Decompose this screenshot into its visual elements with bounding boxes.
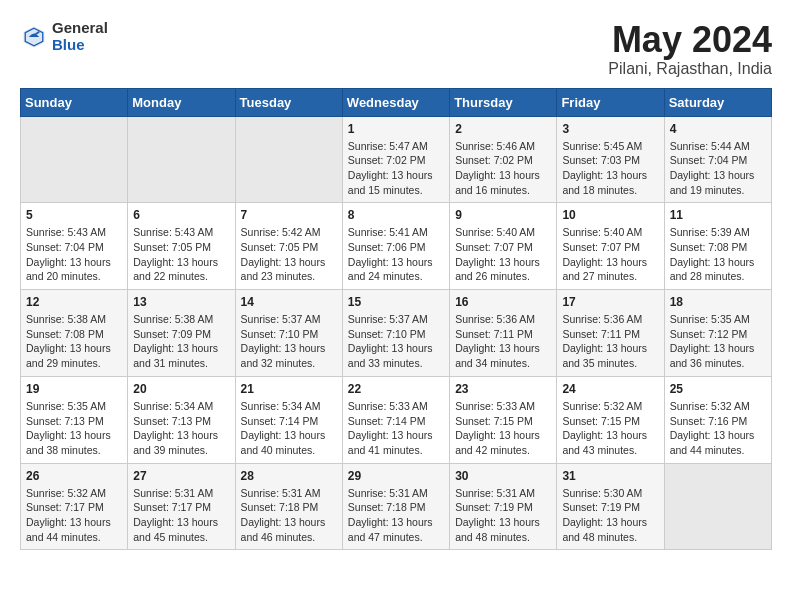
day-detail: Sunrise: 5:34 AMSunset: 7:13 PMDaylight:… <box>133 399 229 458</box>
day-detail: Sunrise: 5:43 AMSunset: 7:05 PMDaylight:… <box>133 225 229 284</box>
day-number: 14 <box>241 295 337 309</box>
day-detail: Sunrise: 5:39 AMSunset: 7:08 PMDaylight:… <box>670 225 766 284</box>
calendar-cell: 24Sunrise: 5:32 AMSunset: 7:15 PMDayligh… <box>557 376 664 463</box>
day-number: 26 <box>26 469 122 483</box>
day-number: 13 <box>133 295 229 309</box>
day-detail: Sunrise: 5:42 AMSunset: 7:05 PMDaylight:… <box>241 225 337 284</box>
logo-general-text: General <box>52 20 108 37</box>
title-block: May 2024 Pilani, Rajasthan, India <box>608 20 772 78</box>
calendar-cell: 8Sunrise: 5:41 AMSunset: 7:06 PMDaylight… <box>342 203 449 290</box>
day-detail: Sunrise: 5:34 AMSunset: 7:14 PMDaylight:… <box>241 399 337 458</box>
calendar-cell: 19Sunrise: 5:35 AMSunset: 7:13 PMDayligh… <box>21 376 128 463</box>
day-number: 5 <box>26 208 122 222</box>
calendar-cell: 18Sunrise: 5:35 AMSunset: 7:12 PMDayligh… <box>664 290 771 377</box>
weekday-header-friday: Friday <box>557 88 664 116</box>
day-detail: Sunrise: 5:31 AMSunset: 7:19 PMDaylight:… <box>455 486 551 545</box>
day-number: 18 <box>670 295 766 309</box>
calendar-cell: 26Sunrise: 5:32 AMSunset: 7:17 PMDayligh… <box>21 463 128 550</box>
day-number: 1 <box>348 122 444 136</box>
day-detail: Sunrise: 5:40 AMSunset: 7:07 PMDaylight:… <box>455 225 551 284</box>
calendar-cell: 30Sunrise: 5:31 AMSunset: 7:19 PMDayligh… <box>450 463 557 550</box>
calendar-cell: 17Sunrise: 5:36 AMSunset: 7:11 PMDayligh… <box>557 290 664 377</box>
day-number: 15 <box>348 295 444 309</box>
weekday-header-tuesday: Tuesday <box>235 88 342 116</box>
day-number: 24 <box>562 382 658 396</box>
day-number: 2 <box>455 122 551 136</box>
day-number: 17 <box>562 295 658 309</box>
calendar-cell: 6Sunrise: 5:43 AMSunset: 7:05 PMDaylight… <box>128 203 235 290</box>
logo-icon <box>20 23 48 51</box>
day-number: 16 <box>455 295 551 309</box>
day-number: 7 <box>241 208 337 222</box>
logo: General Blue <box>20 20 108 53</box>
calendar-cell: 15Sunrise: 5:37 AMSunset: 7:10 PMDayligh… <box>342 290 449 377</box>
calendar-cell <box>21 116 128 203</box>
day-number: 11 <box>670 208 766 222</box>
day-number: 6 <box>133 208 229 222</box>
logo-text: General Blue <box>52 20 108 53</box>
day-number: 29 <box>348 469 444 483</box>
calendar-cell: 21Sunrise: 5:34 AMSunset: 7:14 PMDayligh… <box>235 376 342 463</box>
calendar-week-row: 5Sunrise: 5:43 AMSunset: 7:04 PMDaylight… <box>21 203 772 290</box>
calendar-cell: 7Sunrise: 5:42 AMSunset: 7:05 PMDaylight… <box>235 203 342 290</box>
calendar-cell: 27Sunrise: 5:31 AMSunset: 7:17 PMDayligh… <box>128 463 235 550</box>
calendar-cell: 23Sunrise: 5:33 AMSunset: 7:15 PMDayligh… <box>450 376 557 463</box>
calendar-cell: 10Sunrise: 5:40 AMSunset: 7:07 PMDayligh… <box>557 203 664 290</box>
weekday-header-thursday: Thursday <box>450 88 557 116</box>
day-detail: Sunrise: 5:30 AMSunset: 7:19 PMDaylight:… <box>562 486 658 545</box>
day-number: 12 <box>26 295 122 309</box>
day-number: 27 <box>133 469 229 483</box>
calendar-cell: 11Sunrise: 5:39 AMSunset: 7:08 PMDayligh… <box>664 203 771 290</box>
location: Pilani, Rajasthan, India <box>608 60 772 78</box>
day-number: 25 <box>670 382 766 396</box>
calendar-cell: 22Sunrise: 5:33 AMSunset: 7:14 PMDayligh… <box>342 376 449 463</box>
calendar-body: 1Sunrise: 5:47 AMSunset: 7:02 PMDaylight… <box>21 116 772 550</box>
day-detail: Sunrise: 5:36 AMSunset: 7:11 PMDaylight:… <box>455 312 551 371</box>
day-number: 9 <box>455 208 551 222</box>
day-detail: Sunrise: 5:33 AMSunset: 7:15 PMDaylight:… <box>455 399 551 458</box>
calendar-cell: 4Sunrise: 5:44 AMSunset: 7:04 PMDaylight… <box>664 116 771 203</box>
calendar-week-row: 1Sunrise: 5:47 AMSunset: 7:02 PMDaylight… <box>21 116 772 203</box>
day-number: 22 <box>348 382 444 396</box>
day-number: 23 <box>455 382 551 396</box>
calendar-week-row: 19Sunrise: 5:35 AMSunset: 7:13 PMDayligh… <box>21 376 772 463</box>
calendar-cell: 20Sunrise: 5:34 AMSunset: 7:13 PMDayligh… <box>128 376 235 463</box>
calendar-cell: 13Sunrise: 5:38 AMSunset: 7:09 PMDayligh… <box>128 290 235 377</box>
day-detail: Sunrise: 5:36 AMSunset: 7:11 PMDaylight:… <box>562 312 658 371</box>
day-number: 28 <box>241 469 337 483</box>
day-detail: Sunrise: 5:35 AMSunset: 7:12 PMDaylight:… <box>670 312 766 371</box>
day-number: 20 <box>133 382 229 396</box>
day-detail: Sunrise: 5:44 AMSunset: 7:04 PMDaylight:… <box>670 139 766 198</box>
day-detail: Sunrise: 5:31 AMSunset: 7:18 PMDaylight:… <box>348 486 444 545</box>
calendar-cell <box>664 463 771 550</box>
calendar-cell: 25Sunrise: 5:32 AMSunset: 7:16 PMDayligh… <box>664 376 771 463</box>
day-detail: Sunrise: 5:38 AMSunset: 7:09 PMDaylight:… <box>133 312 229 371</box>
weekday-header-wednesday: Wednesday <box>342 88 449 116</box>
day-detail: Sunrise: 5:33 AMSunset: 7:14 PMDaylight:… <box>348 399 444 458</box>
day-detail: Sunrise: 5:32 AMSunset: 7:15 PMDaylight:… <box>562 399 658 458</box>
day-detail: Sunrise: 5:37 AMSunset: 7:10 PMDaylight:… <box>241 312 337 371</box>
day-detail: Sunrise: 5:32 AMSunset: 7:17 PMDaylight:… <box>26 486 122 545</box>
calendar-cell: 1Sunrise: 5:47 AMSunset: 7:02 PMDaylight… <box>342 116 449 203</box>
calendar-header: SundayMondayTuesdayWednesdayThursdayFrid… <box>21 88 772 116</box>
calendar-cell <box>128 116 235 203</box>
day-detail: Sunrise: 5:47 AMSunset: 7:02 PMDaylight:… <box>348 139 444 198</box>
day-number: 3 <box>562 122 658 136</box>
day-number: 21 <box>241 382 337 396</box>
weekday-header-row: SundayMondayTuesdayWednesdayThursdayFrid… <box>21 88 772 116</box>
calendar-cell: 9Sunrise: 5:40 AMSunset: 7:07 PMDaylight… <box>450 203 557 290</box>
calendar-cell: 29Sunrise: 5:31 AMSunset: 7:18 PMDayligh… <box>342 463 449 550</box>
day-number: 8 <box>348 208 444 222</box>
day-detail: Sunrise: 5:45 AMSunset: 7:03 PMDaylight:… <box>562 139 658 198</box>
calendar-week-row: 12Sunrise: 5:38 AMSunset: 7:08 PMDayligh… <box>21 290 772 377</box>
day-detail: Sunrise: 5:43 AMSunset: 7:04 PMDaylight:… <box>26 225 122 284</box>
day-number: 31 <box>562 469 658 483</box>
calendar-cell: 5Sunrise: 5:43 AMSunset: 7:04 PMDaylight… <box>21 203 128 290</box>
day-detail: Sunrise: 5:37 AMSunset: 7:10 PMDaylight:… <box>348 312 444 371</box>
calendar-cell: 2Sunrise: 5:46 AMSunset: 7:02 PMDaylight… <box>450 116 557 203</box>
month-title: May 2024 <box>608 20 772 60</box>
calendar-table: SundayMondayTuesdayWednesdayThursdayFrid… <box>20 88 772 551</box>
day-number: 10 <box>562 208 658 222</box>
calendar-cell: 3Sunrise: 5:45 AMSunset: 7:03 PMDaylight… <box>557 116 664 203</box>
page-header: General Blue May 2024 Pilani, Rajasthan,… <box>20 20 772 78</box>
